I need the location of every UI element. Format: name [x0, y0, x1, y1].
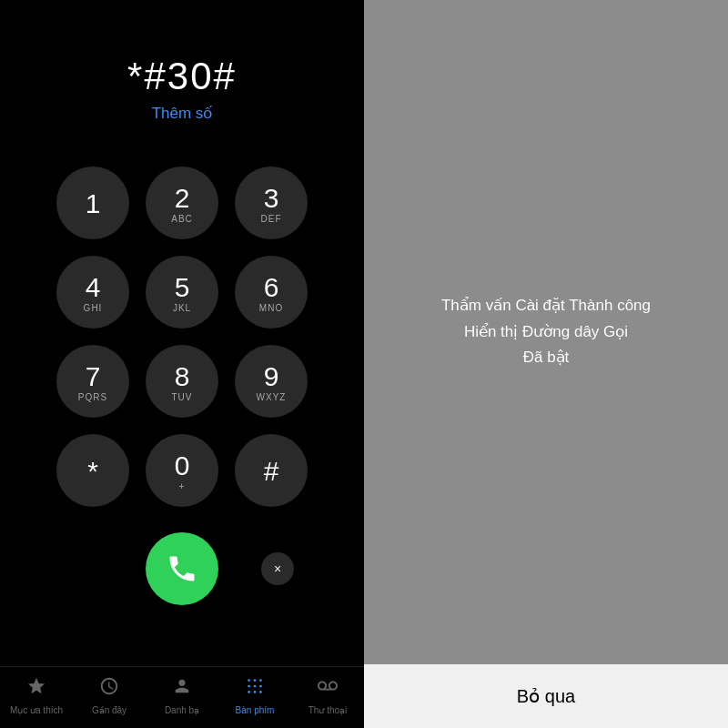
svg-point-1 — [254, 679, 257, 682]
svg-point-7 — [254, 691, 257, 693]
dialed-number: *#30# — [127, 55, 237, 98]
key-digit-0: 1 — [86, 188, 101, 218]
nav-item-gần-đây[interactable]: Gần đây — [82, 676, 136, 715]
key-0[interactable]: 0+ — [146, 434, 218, 507]
add-number-link[interactable]: Thêm số — [127, 104, 237, 123]
keypad: 12ABC3DEF4GHI5JKL6MNO7PQRS8TUV9WXYZ*0+# — [56, 167, 308, 507]
key-7[interactable]: 7PQRS — [56, 345, 129, 418]
bottom-nav: Mục ưa thíchGần đâyDanh bạBàn phímThư th… — [0, 666, 364, 728]
call-button[interactable] — [146, 532, 218, 605]
svg-point-3 — [248, 685, 250, 688]
delete-icon: × — [274, 561, 281, 576]
key-letters-5: MNO — [259, 303, 283, 313]
svg-point-5 — [259, 685, 262, 688]
key-#[interactable]: # — [235, 434, 308, 507]
key-digit-11: # — [264, 456, 279, 486]
key-3[interactable]: 3DEF — [235, 167, 308, 239]
key-digit-10: 0 — [175, 450, 190, 480]
key-digit-1: 2 — [175, 183, 190, 213]
dialer-display: *#30# Thêm số — [127, 55, 237, 123]
dialer-panel: *#30# Thêm số 12ABC3DEF4GHI5JKL6MNO7PQRS… — [0, 0, 364, 728]
nav-label-0: Mục ưa thích — [10, 705, 63, 715]
key-6[interactable]: 6MNO — [235, 256, 308, 329]
nav-icon-3 — [245, 676, 265, 702]
nav-icon-0 — [26, 676, 46, 702]
nav-label-3: Bàn phím — [236, 705, 275, 715]
svg-point-4 — [254, 685, 257, 688]
nav-label-1: Gần đây — [92, 705, 126, 715]
key-letters-7: TUV — [172, 392, 193, 402]
key-digit-7: 8 — [175, 361, 190, 391]
dismiss-label: Bỏ qua — [517, 685, 575, 707]
key-8[interactable]: 8TUV — [146, 345, 218, 418]
svg-point-2 — [259, 679, 262, 682]
svg-point-6 — [248, 691, 250, 693]
key-letters-2: DEF — [261, 214, 282, 224]
nav-icon-4 — [318, 676, 338, 702]
result-line2: Hiển thị Đường dây Gọi — [441, 319, 651, 346]
key-digit-6: 7 — [86, 361, 101, 391]
delete-button[interactable]: × — [255, 546, 300, 592]
key-letters-1: ABC — [171, 214, 193, 224]
key-*[interactable]: * — [56, 434, 129, 507]
svg-point-8 — [259, 691, 262, 693]
key-digit-5: 6 — [264, 272, 279, 302]
nav-label-2: Danh bạ — [165, 705, 199, 715]
dismiss-button[interactable]: Bỏ qua — [364, 664, 728, 728]
result-content: Thẩm vấn Cài đặt Thành công Hiển thị Đườ… — [441, 0, 651, 664]
key-letters-3: GHI — [84, 303, 103, 313]
key-letters-4: JKL — [173, 303, 191, 313]
key-2[interactable]: 2ABC — [146, 167, 218, 239]
result-line1: Thẩm vấn Cài đặt Thành công — [441, 293, 651, 319]
result-panel: Thẩm vấn Cài đặt Thành công Hiển thị Đườ… — [364, 0, 728, 728]
key-digit-9: * — [87, 456, 98, 486]
nav-icon-2 — [172, 676, 192, 702]
delete-circle: × — [261, 552, 294, 585]
key-letters-6: PQRS — [78, 392, 107, 402]
key-1[interactable]: 1 — [56, 167, 129, 239]
key-5[interactable]: 5JKL — [146, 256, 218, 329]
result-message: Thẩm vấn Cài đặt Thành công Hiển thị Đườ… — [441, 293, 651, 372]
nav-label-4: Thư thoại — [308, 705, 348, 715]
key-4[interactable]: 4GHI — [56, 256, 129, 329]
key-letters-8: WXYZ — [257, 392, 287, 402]
key-digit-2: 3 — [264, 183, 279, 213]
nav-item-danh-bạ[interactable]: Danh bạ — [155, 676, 209, 715]
nav-item-thư-thoại[interactable]: Thư thoại — [300, 676, 355, 715]
key-digit-4: 5 — [175, 272, 190, 302]
key-9[interactable]: 9WXYZ — [235, 345, 308, 418]
key-digit-3: 4 — [86, 272, 101, 302]
key-letters-10: + — [179, 481, 186, 491]
nav-item-mục-ưa-thích[interactable]: Mục ưa thích — [9, 676, 64, 715]
svg-point-0 — [248, 679, 250, 682]
nav-icon-1 — [99, 676, 119, 702]
phone-icon — [166, 552, 198, 585]
result-line3: Đã bật — [441, 345, 651, 371]
action-row: × — [64, 532, 300, 605]
nav-item-bàn-phím[interactable]: Bàn phím — [228, 676, 282, 715]
key-digit-8: 9 — [264, 361, 279, 391]
